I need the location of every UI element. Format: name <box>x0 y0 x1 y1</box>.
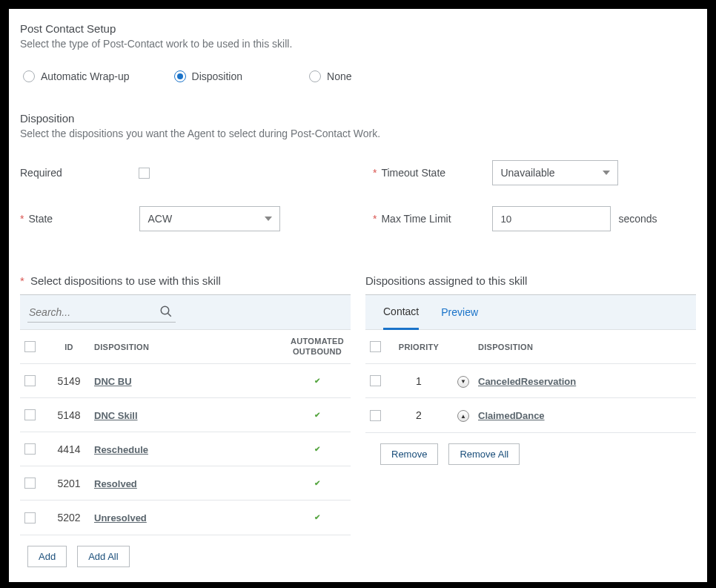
table-row: 4414Reschedule✔ <box>20 432 351 466</box>
select-all-checkbox[interactable] <box>24 341 36 352</box>
table-row: 2▲ClaimedDance <box>365 398 696 432</box>
row-id: 4414 <box>44 443 94 455</box>
timeout-state-value: Unavailable <box>500 167 554 179</box>
check-icon: ✔ <box>314 479 320 487</box>
state-label: State <box>28 213 139 225</box>
table-row: 5148DNC Skill✔ <box>20 398 351 432</box>
disposition-link[interactable]: Unresolved <box>94 512 147 523</box>
state-value: ACW <box>147 213 172 225</box>
disposition-link[interactable]: Reschedule <box>94 444 148 455</box>
radio-disposition[interactable]: Disposition <box>174 70 242 82</box>
svg-point-0 <box>161 306 169 314</box>
check-icon: ✔ <box>314 411 320 419</box>
table-row: 1▼CanceledReservation <box>365 364 696 398</box>
disposition-link[interactable]: Resolved <box>94 478 137 489</box>
radio-label: None <box>327 70 351 82</box>
remove-button[interactable]: Remove <box>380 443 438 465</box>
row-checkbox[interactable] <box>370 375 381 386</box>
disposition-link[interactable]: DNC BU <box>94 376 132 387</box>
search-input[interactable] <box>27 302 176 323</box>
required-label: Required <box>20 167 139 179</box>
required-star-icon: * <box>373 167 377 179</box>
col-disposition-header: DISPOSITION <box>478 343 696 351</box>
row-checkbox[interactable] <box>24 512 36 523</box>
add-button[interactable]: Add <box>27 546 67 567</box>
table-row: 5201Resolved✔ <box>20 466 351 501</box>
disposition-subtitle: Select the dispositions you want the Age… <box>20 128 696 139</box>
check-icon: ✔ <box>314 445 320 453</box>
disposition-title: Disposition <box>20 112 696 125</box>
required-star-icon: * <box>20 274 24 287</box>
priority-down-button[interactable]: ▼ <box>457 376 469 388</box>
radio-icon <box>23 70 35 82</box>
timeout-state-select[interactable]: Unavailable <box>492 160 618 185</box>
add-all-button[interactable]: Add All <box>77 546 129 567</box>
table-row: 5149DNC BU✔ <box>20 364 351 398</box>
radio-label: Automatic Wrap-up <box>41 70 130 82</box>
state-select[interactable]: ACW <box>139 206 280 231</box>
col-id-header: ID <box>44 343 94 351</box>
tab-preview[interactable]: Preview <box>441 296 478 328</box>
row-checkbox[interactable] <box>370 410 381 421</box>
row-priority: 1 <box>389 375 448 387</box>
left-panel-title: * Select dispositions to use with this s… <box>20 274 351 287</box>
required-checkbox[interactable] <box>139 168 150 179</box>
chevron-down-icon <box>603 171 610 175</box>
col-auto-header: AUTOMATED OUTBOUND <box>284 337 351 356</box>
row-id: 5149 <box>44 375 94 387</box>
post-contact-radio-group: Automatic Wrap-up Disposition None <box>20 70 696 82</box>
select-all-checkbox[interactable] <box>370 341 381 352</box>
timeout-state-label: Timeout State <box>381 167 492 179</box>
row-id: 5202 <box>44 512 94 523</box>
row-id: 5148 <box>44 409 94 421</box>
svg-line-1 <box>168 313 171 317</box>
tab-contact[interactable]: Contact <box>383 295 419 330</box>
post-contact-title: Post Contact Setup <box>20 22 696 35</box>
radio-icon <box>309 70 321 82</box>
required-star-icon: * <box>20 213 24 225</box>
radio-icon <box>174 70 186 82</box>
remove-all-button[interactable]: Remove All <box>448 443 520 465</box>
max-time-limit-input[interactable] <box>492 206 611 231</box>
row-id: 5201 <box>44 478 94 489</box>
row-checkbox[interactable] <box>24 375 36 386</box>
check-icon: ✔ <box>314 513 320 521</box>
priority-up-button[interactable]: ▲ <box>457 410 469 422</box>
check-icon: ✔ <box>314 377 320 385</box>
search-icon <box>159 305 173 318</box>
radio-none[interactable]: None <box>309 70 351 82</box>
disposition-link[interactable]: ClaimedDance <box>478 410 545 421</box>
radio-automatic-wrapup[interactable]: Automatic Wrap-up <box>23 70 130 82</box>
row-checkbox[interactable] <box>24 478 36 489</box>
disposition-link[interactable]: CanceledReservation <box>478 376 576 387</box>
required-star-icon: * <box>373 213 377 225</box>
col-priority-header: PRIORITY <box>389 343 448 351</box>
table-row: 5202Unresolved✔ <box>20 501 351 535</box>
max-time-limit-label: Max Time Limit <box>381 213 492 225</box>
row-checkbox[interactable] <box>24 409 36 420</box>
chevron-down-icon <box>265 217 272 221</box>
post-contact-subtitle: Select the type of Post-Contact work to … <box>20 38 696 50</box>
col-disposition-header: DISPOSITION <box>94 343 284 351</box>
right-panel-title: Dispositions assigned to this skill <box>365 274 696 287</box>
seconds-label: seconds <box>618 213 657 225</box>
row-priority: 2 <box>389 409 448 421</box>
disposition-link[interactable]: DNC Skill <box>94 410 138 421</box>
radio-label: Disposition <box>192 70 242 82</box>
row-checkbox[interactable] <box>24 443 36 455</box>
